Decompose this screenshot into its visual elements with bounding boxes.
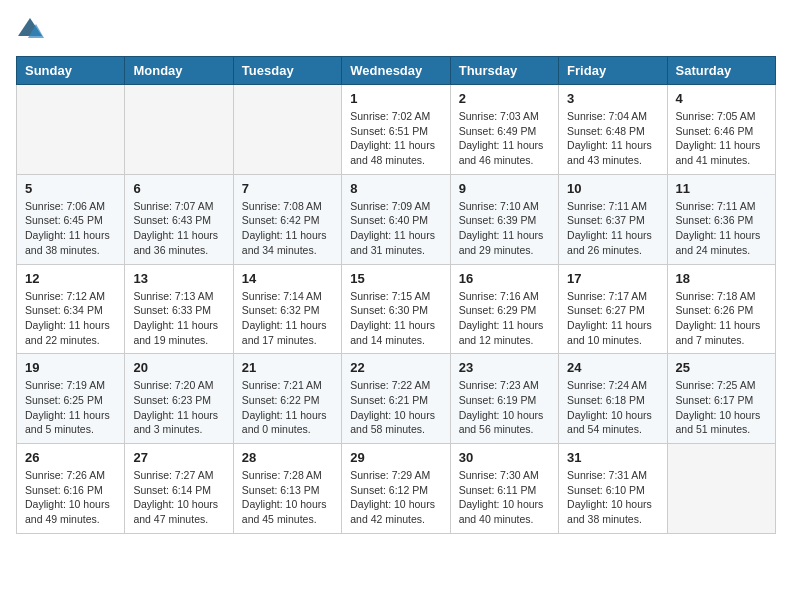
calendar-header-tuesday: Tuesday (233, 57, 341, 85)
calendar-week-row: 19Sunrise: 7:19 AMSunset: 6:25 PMDayligh… (17, 354, 776, 444)
day-info: Sunrise: 7:16 AMSunset: 6:29 PMDaylight:… (459, 289, 550, 348)
day-number: 5 (25, 181, 116, 196)
day-info: Sunrise: 7:09 AMSunset: 6:40 PMDaylight:… (350, 199, 441, 258)
logo (16, 16, 48, 44)
calendar-cell: 4Sunrise: 7:05 AMSunset: 6:46 PMDaylight… (667, 85, 775, 175)
day-info: Sunrise: 7:04 AMSunset: 6:48 PMDaylight:… (567, 109, 658, 168)
calendar-cell: 29Sunrise: 7:29 AMSunset: 6:12 PMDayligh… (342, 444, 450, 534)
calendar-week-row: 5Sunrise: 7:06 AMSunset: 6:45 PMDaylight… (17, 174, 776, 264)
day-number: 18 (676, 271, 767, 286)
calendar-header-row: SundayMondayTuesdayWednesdayThursdayFrid… (17, 57, 776, 85)
calendar-header-monday: Monday (125, 57, 233, 85)
day-info: Sunrise: 7:25 AMSunset: 6:17 PMDaylight:… (676, 378, 767, 437)
day-info: Sunrise: 7:28 AMSunset: 6:13 PMDaylight:… (242, 468, 333, 527)
day-info: Sunrise: 7:20 AMSunset: 6:23 PMDaylight:… (133, 378, 224, 437)
calendar-week-row: 1Sunrise: 7:02 AMSunset: 6:51 PMDaylight… (17, 85, 776, 175)
day-number: 21 (242, 360, 333, 375)
day-number: 16 (459, 271, 550, 286)
day-info: Sunrise: 7:08 AMSunset: 6:42 PMDaylight:… (242, 199, 333, 258)
day-number: 11 (676, 181, 767, 196)
day-info: Sunrise: 7:21 AMSunset: 6:22 PMDaylight:… (242, 378, 333, 437)
day-number: 15 (350, 271, 441, 286)
day-number: 6 (133, 181, 224, 196)
day-info: Sunrise: 7:12 AMSunset: 6:34 PMDaylight:… (25, 289, 116, 348)
day-info: Sunrise: 7:02 AMSunset: 6:51 PMDaylight:… (350, 109, 441, 168)
day-number: 19 (25, 360, 116, 375)
day-info: Sunrise: 7:11 AMSunset: 6:37 PMDaylight:… (567, 199, 658, 258)
day-number: 31 (567, 450, 658, 465)
calendar-cell: 9Sunrise: 7:10 AMSunset: 6:39 PMDaylight… (450, 174, 558, 264)
calendar-cell: 25Sunrise: 7:25 AMSunset: 6:17 PMDayligh… (667, 354, 775, 444)
day-number: 4 (676, 91, 767, 106)
calendar-cell: 12Sunrise: 7:12 AMSunset: 6:34 PMDayligh… (17, 264, 125, 354)
day-info: Sunrise: 7:10 AMSunset: 6:39 PMDaylight:… (459, 199, 550, 258)
calendar-header-sunday: Sunday (17, 57, 125, 85)
calendar-cell: 24Sunrise: 7:24 AMSunset: 6:18 PMDayligh… (559, 354, 667, 444)
day-number: 12 (25, 271, 116, 286)
day-info: Sunrise: 7:27 AMSunset: 6:14 PMDaylight:… (133, 468, 224, 527)
calendar-cell: 8Sunrise: 7:09 AMSunset: 6:40 PMDaylight… (342, 174, 450, 264)
calendar-cell: 5Sunrise: 7:06 AMSunset: 6:45 PMDaylight… (17, 174, 125, 264)
calendar-cell: 3Sunrise: 7:04 AMSunset: 6:48 PMDaylight… (559, 85, 667, 175)
day-info: Sunrise: 7:15 AMSunset: 6:30 PMDaylight:… (350, 289, 441, 348)
calendar-cell: 26Sunrise: 7:26 AMSunset: 6:16 PMDayligh… (17, 444, 125, 534)
day-info: Sunrise: 7:26 AMSunset: 6:16 PMDaylight:… (25, 468, 116, 527)
calendar-header-saturday: Saturday (667, 57, 775, 85)
calendar-cell (233, 85, 341, 175)
day-info: Sunrise: 7:03 AMSunset: 6:49 PMDaylight:… (459, 109, 550, 168)
calendar-cell: 23Sunrise: 7:23 AMSunset: 6:19 PMDayligh… (450, 354, 558, 444)
day-number: 7 (242, 181, 333, 196)
day-info: Sunrise: 7:22 AMSunset: 6:21 PMDaylight:… (350, 378, 441, 437)
calendar-header-friday: Friday (559, 57, 667, 85)
day-number: 14 (242, 271, 333, 286)
calendar-header-wednesday: Wednesday (342, 57, 450, 85)
calendar-cell: 27Sunrise: 7:27 AMSunset: 6:14 PMDayligh… (125, 444, 233, 534)
day-info: Sunrise: 7:06 AMSunset: 6:45 PMDaylight:… (25, 199, 116, 258)
day-number: 22 (350, 360, 441, 375)
day-info: Sunrise: 7:30 AMSunset: 6:11 PMDaylight:… (459, 468, 550, 527)
day-info: Sunrise: 7:13 AMSunset: 6:33 PMDaylight:… (133, 289, 224, 348)
day-number: 9 (459, 181, 550, 196)
calendar-cell: 16Sunrise: 7:16 AMSunset: 6:29 PMDayligh… (450, 264, 558, 354)
day-info: Sunrise: 7:24 AMSunset: 6:18 PMDaylight:… (567, 378, 658, 437)
calendar-cell: 7Sunrise: 7:08 AMSunset: 6:42 PMDaylight… (233, 174, 341, 264)
day-info: Sunrise: 7:07 AMSunset: 6:43 PMDaylight:… (133, 199, 224, 258)
day-info: Sunrise: 7:14 AMSunset: 6:32 PMDaylight:… (242, 289, 333, 348)
day-number: 26 (25, 450, 116, 465)
day-number: 3 (567, 91, 658, 106)
calendar-cell: 31Sunrise: 7:31 AMSunset: 6:10 PMDayligh… (559, 444, 667, 534)
calendar-week-row: 12Sunrise: 7:12 AMSunset: 6:34 PMDayligh… (17, 264, 776, 354)
calendar-cell: 21Sunrise: 7:21 AMSunset: 6:22 PMDayligh… (233, 354, 341, 444)
day-info: Sunrise: 7:23 AMSunset: 6:19 PMDaylight:… (459, 378, 550, 437)
day-number: 29 (350, 450, 441, 465)
calendar-cell (125, 85, 233, 175)
day-info: Sunrise: 7:19 AMSunset: 6:25 PMDaylight:… (25, 378, 116, 437)
day-info: Sunrise: 7:31 AMSunset: 6:10 PMDaylight:… (567, 468, 658, 527)
calendar-cell: 10Sunrise: 7:11 AMSunset: 6:37 PMDayligh… (559, 174, 667, 264)
day-number: 2 (459, 91, 550, 106)
calendar-cell: 1Sunrise: 7:02 AMSunset: 6:51 PMDaylight… (342, 85, 450, 175)
calendar-week-row: 26Sunrise: 7:26 AMSunset: 6:16 PMDayligh… (17, 444, 776, 534)
calendar-cell: 15Sunrise: 7:15 AMSunset: 6:30 PMDayligh… (342, 264, 450, 354)
calendar-header-thursday: Thursday (450, 57, 558, 85)
page-header (16, 16, 776, 44)
day-number: 23 (459, 360, 550, 375)
calendar-cell: 2Sunrise: 7:03 AMSunset: 6:49 PMDaylight… (450, 85, 558, 175)
calendar-cell: 19Sunrise: 7:19 AMSunset: 6:25 PMDayligh… (17, 354, 125, 444)
calendar-cell (17, 85, 125, 175)
calendar-table: SundayMondayTuesdayWednesdayThursdayFrid… (16, 56, 776, 534)
day-number: 1 (350, 91, 441, 106)
day-number: 20 (133, 360, 224, 375)
calendar-cell: 18Sunrise: 7:18 AMSunset: 6:26 PMDayligh… (667, 264, 775, 354)
day-number: 30 (459, 450, 550, 465)
calendar-cell: 20Sunrise: 7:20 AMSunset: 6:23 PMDayligh… (125, 354, 233, 444)
calendar-cell: 17Sunrise: 7:17 AMSunset: 6:27 PMDayligh… (559, 264, 667, 354)
day-number: 28 (242, 450, 333, 465)
calendar-cell: 28Sunrise: 7:28 AMSunset: 6:13 PMDayligh… (233, 444, 341, 534)
day-number: 24 (567, 360, 658, 375)
day-number: 8 (350, 181, 441, 196)
day-number: 27 (133, 450, 224, 465)
calendar-cell: 14Sunrise: 7:14 AMSunset: 6:32 PMDayligh… (233, 264, 341, 354)
day-number: 17 (567, 271, 658, 286)
calendar-cell: 6Sunrise: 7:07 AMSunset: 6:43 PMDaylight… (125, 174, 233, 264)
